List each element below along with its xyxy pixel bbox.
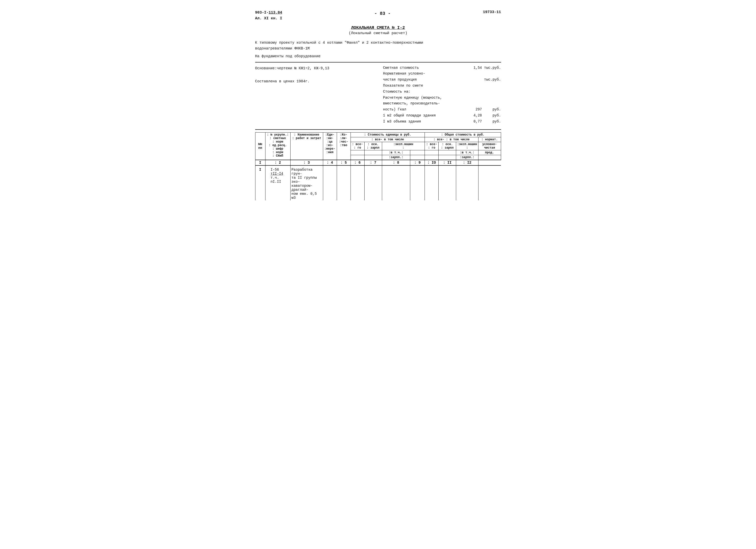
row-tc-norm (456, 165, 478, 200)
table-row: I I-56 тII-I4 т.ч. пI.II Разработка грун… (255, 165, 501, 200)
col-tc5-exp: :зарпл.: (456, 155, 478, 160)
col-total-cost-sub1: : все- : в том числе (425, 137, 478, 142)
col-tc-exp: :эксп.машин: (456, 142, 478, 150)
col-tc4-exp: :в т.ч.: (456, 150, 478, 155)
cost-per-label: Стоимость на: (383, 89, 501, 95)
col-tc5-all (425, 155, 439, 160)
project-description: К типовому проекту котельной с 4 котлами… (255, 40, 501, 51)
col-uc-osn: : осн.: зарпл (364, 142, 382, 150)
row-unit (323, 165, 337, 200)
smet-cost-row: Сметная стоимость 1,54 тыс.руб. (383, 65, 501, 71)
col-name: : Наименование: работ и затрат (290, 132, 323, 160)
purpose-label: На фундаменты под оборудование (255, 53, 501, 59)
subtitle: (Локальный сметный расчет) (255, 31, 501, 35)
row-tc-osn (439, 165, 456, 200)
col-uc5-exp2 (410, 155, 425, 160)
divider-table-top (255, 129, 501, 130)
per-unit-label2: вместимость, производитель- (383, 101, 501, 107)
norm-label-row2: чистая продукция тыс.руб. (383, 77, 501, 83)
colnum-10: : IO (425, 160, 439, 165)
indicators-label: Показатели по смете (383, 83, 501, 89)
colnum-12: : I2 (456, 160, 478, 165)
col-qty: :Ко-:ли-:чес-:тво (337, 132, 351, 160)
row-uc-osn (364, 165, 382, 200)
col-uc4-osn (364, 150, 382, 155)
row-section: I (255, 165, 265, 200)
col-tc4-norm: прод. (478, 150, 501, 155)
colnum-5: : 5 (337, 160, 351, 165)
colnum-6: : 6 (351, 160, 364, 165)
doc-number-line2: Ал. XI кн. I (255, 16, 282, 22)
col-tc-all: : все-: го (425, 142, 439, 150)
row-uc-exp2 (410, 165, 425, 200)
row-name: Разработка грун- та II группы эко- кават… (290, 165, 323, 200)
header-left: 903-I-113.84 Ал. XI кн. I (255, 10, 282, 21)
colnum-1: I (255, 160, 265, 165)
main-table: №№пп : № укрупн.:: сметных: норм: ед.рас… (255, 132, 501, 200)
col-tc5-osn (439, 155, 456, 160)
col-tc5-norm (478, 155, 501, 160)
table-header-row1: №№пп : № укрупн.:: сметных: норм: ед.рас… (255, 132, 501, 137)
col-tc-norm: условно-чистая (478, 142, 501, 150)
table-col-numbers: I : 2 : 3 : 4 : 5 : 6 : 7 : 8 : 9 : IO :… (255, 160, 501, 165)
col-tc-osn: : осн.: зарпл (439, 142, 456, 150)
info-right: Сметная стоимость 1,54 тыс.руб. Норматив… (373, 65, 501, 125)
header-right-number: 19733-11 (483, 10, 501, 14)
header: 903-I-113.84 Ал. XI кн. I - 83 - 19733-1… (255, 10, 501, 21)
colnum-8: : 8 (382, 160, 410, 165)
col-uc5-exp1: :зарпл.: (382, 155, 410, 160)
col-uc5-all (351, 155, 364, 160)
compiled-label: Составлена в ценах 1984г. (255, 78, 373, 85)
col-pp: №№пп (255, 132, 265, 160)
colnum-2: : 2 (265, 160, 290, 165)
col-uc4-exp1: :в т.ч.: (382, 150, 410, 155)
info-left: Основание:чертежи № КЖ1÷2, КЖ-9,13 Соста… (255, 65, 373, 125)
col-uc4-exp2 (410, 150, 425, 155)
per-unit-row: ность) Гкал 297 руб. (383, 107, 501, 113)
info-section: Основание:чертежи № КЖ1÷2, КЖ-9,13 Соста… (255, 65, 501, 125)
basis-label: Основание:чертежи № КЖ1÷2, КЖ-9,13 (255, 65, 373, 71)
col-total-cost-header: : Общая стоимость в руб. (425, 132, 501, 137)
col-tc4-all (425, 150, 439, 155)
colnum-11: : II (439, 160, 456, 165)
col-smeta-norm: : № укрупн.:: сметных: норм: ед.расц.: ш… (265, 132, 290, 160)
divider-top (255, 62, 501, 62)
per-m2-row: 1 м2 общей площади здания 4,28 руб. (383, 113, 501, 119)
row-uc-exp1 (382, 165, 410, 200)
row-tc-all (425, 165, 439, 200)
main-title: ЛОКАЛЬНАЯ СМЕТА № I-2 (255, 25, 501, 30)
norm-label-row1: Нормативная условно- (383, 71, 501, 77)
colnum-3: : 3 (290, 160, 323, 165)
per-unit-label1: Расчетную единицу (мощность, (383, 95, 501, 101)
colnum-4: : 4 (323, 160, 337, 165)
col-uc4-all (351, 150, 364, 155)
per-m3-row: I м3 объема здания 0,77 руб. (383, 119, 501, 125)
col-unit: :Еди-:ни-:ца:из-:мере-:ния (323, 132, 337, 160)
header-center-text: - 83 - (282, 10, 483, 16)
col-unit-cost-header: : Стоимость единицы в руб. (351, 132, 425, 137)
row-qty (337, 165, 351, 200)
col-uc-exp: :эксп.машин: (382, 142, 425, 150)
col-uc-all: : все-: го (351, 142, 364, 150)
row-code: I-56 тII-I4 т.ч. пI.II (265, 165, 290, 200)
doc-number-line1: 903-I-113.84 (255, 10, 282, 16)
col-unit-cost-sub: : все- в том числе (351, 137, 425, 142)
colnum-9: : 9 (410, 160, 425, 165)
col-uc5-osn (364, 155, 382, 160)
colnum-7: : 7 (364, 160, 382, 165)
col-total-cost-sub2: : нормат. (478, 137, 501, 142)
row-uc-all (351, 165, 364, 200)
col-tc4-osn (439, 150, 456, 155)
